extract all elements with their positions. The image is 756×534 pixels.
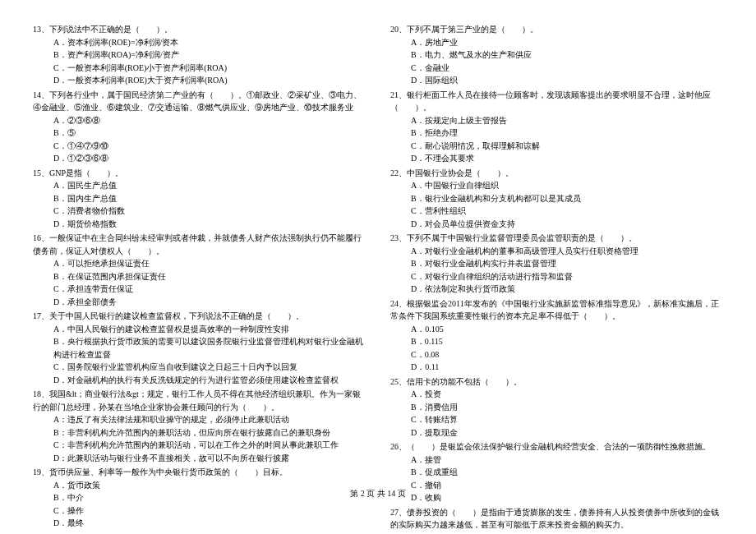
question-14: 14、下列各行业中，属于国民经济第二产业的有（ ）。①邮政业、②采矿业、③电力、… bbox=[33, 89, 366, 165]
q25-opt-c: C．转账结算 bbox=[411, 413, 723, 426]
q18-stem: 18、我国&lt；商业银行法&gt；规定，银行工作人员不得在其他经济组织兼职。作… bbox=[33, 388, 366, 413]
q17-opt-d: D．对金融机构的执行有关反洗钱规定的行为进行监管必须使用建议检查监督权 bbox=[53, 374, 366, 387]
question-26: 26、（ ）是银监会依法保护银行业金融机构经营安全、合法的一项防御性挽救措施。 … bbox=[390, 440, 723, 504]
q17-opt-a: A．中国人民银行的建议检查监督权是提高效率的一种制度性安排 bbox=[53, 323, 366, 336]
question-24: 24、根据银监会2011年发布的《中国银行业实施新监管标准指导意见》，新标准实施… bbox=[390, 297, 723, 374]
q21-opt-c: C．耐心说明情况，取得理解和谅解 bbox=[411, 140, 723, 153]
q19-opt-d: D．最终 bbox=[53, 517, 366, 530]
q25-stem: 25、信用卡的功能不包括（ ）。 bbox=[390, 375, 723, 389]
q18-opt-d: D：此兼职活动与银行业务不直接相关，故可以不向所在银行披露 bbox=[53, 452, 366, 465]
q15-opt-c: C．消费者物价指数 bbox=[53, 205, 366, 218]
q27-stem: 27、债券投资的（ ）是指由于通货膨胀的发生，债券持有人从投资债券中所收到的金钱… bbox=[390, 506, 723, 532]
q15-opt-d: D．期货价格指数 bbox=[53, 218, 366, 231]
q23-opt-a: A．对银行业金融机构的董事和高级管理人员实行任职资格管理 bbox=[411, 245, 723, 258]
q21-stem: 21、银行柜面工作人员在接待一位顾客时，发现该顾客提出的要求明显不合理，这时他应… bbox=[390, 89, 723, 114]
q15-opt-b: B．国内生产总值 bbox=[53, 192, 366, 205]
q23-opt-c: C．对银行业自律组织的活动进行指导和监督 bbox=[411, 270, 723, 283]
q14-stem: 14、下列各行业中，属于国民经济第二产业的有（ ）。①邮政业、②采矿业、③电力、… bbox=[33, 89, 366, 114]
q22-opt-d: D．对会员单位提供资金支持 bbox=[411, 218, 723, 231]
q23-opt-d: D．依法制定和执行货币政策 bbox=[411, 283, 723, 296]
q20-opt-a: A．房地产业 bbox=[411, 36, 723, 49]
question-27: 27、债券投资的（ ）是指由于通货膨胀的发生，债券持有人从投资债券中所收到的金钱… bbox=[390, 506, 723, 532]
question-21: 21、银行柜面工作人员在接待一位顾客时，发现该顾客提出的要求明显不合理，这时他应… bbox=[390, 89, 723, 165]
q26-stem: 26、（ ）是银监会依法保护银行业金融机构经营安全、合法的一项防御性挽救措施。 bbox=[390, 440, 723, 453]
q26-opt-d: D．收购 bbox=[411, 491, 723, 504]
q22-opt-c: C．营利性组织 bbox=[411, 205, 723, 218]
q19-stem: 19、货币供应量、利率等一般作为中央银行货币政策的（ ）目标。 bbox=[33, 466, 366, 479]
question-22: 22、中国银行业协会是（ ）。 A．中国银行业自律组织 B．银行业金融机构和分支… bbox=[390, 167, 723, 231]
q23-stem: 23、下列不属于中国银行业监督管理委员会监管职责的是（ ）。 bbox=[390, 232, 723, 245]
q19-opt-b: B．中介 bbox=[53, 491, 366, 504]
question-23: 23、下列不属于中国银行业监督管理委员会监管职责的是（ ）。 A．对银行业金融机… bbox=[390, 232, 723, 296]
question-17: 17、关于中国人民银行的建议检查监督权，下列说法不正确的是（ ）。 A．中国人民… bbox=[33, 310, 366, 386]
q20-opt-c: C．金融业 bbox=[411, 62, 723, 75]
q13-opt-c: C．一般资本利润率(ROE)小于资产利润率(ROA) bbox=[53, 62, 366, 75]
left-column: 13、下列说法中不正确的是（ ）。 A．资本利润率(ROE)=净利润/资本 B．… bbox=[33, 23, 366, 476]
q16-opt-a: A．可以拒绝承担保证责任 bbox=[53, 257, 366, 270]
q24-opt-d: D．0.11 bbox=[411, 361, 723, 374]
q16-opt-d: D．承担全部债务 bbox=[53, 296, 366, 309]
q18-opt-c: C：非营利机构允许范围内的兼职活动，可以在工作之外的时间从事此兼职工作 bbox=[53, 439, 366, 452]
q25-opt-b: B．消费信用 bbox=[411, 401, 723, 414]
q16-opt-c: C．承担连带责任保证 bbox=[53, 283, 366, 296]
q14-opt-d: D．①②③⑥⑧ bbox=[53, 152, 366, 165]
question-25: 25、信用卡的功能不包括（ ）。 A．投资 B．消费信用 C．转账结算 D．提取… bbox=[390, 375, 723, 440]
q13-opt-a: A．资本利润率(ROE)=净利润/资本 bbox=[53, 36, 366, 49]
q18-opt-b: B：非营利机构允许范围内的兼职活动，但应向所在银行披露自己的兼职身份 bbox=[53, 426, 366, 440]
q22-stem: 22、中国银行业协会是（ ）。 bbox=[390, 167, 723, 180]
q19-opt-c: C．操作 bbox=[53, 504, 366, 518]
q26-opt-b: B．促成重组 bbox=[411, 466, 723, 479]
q25-opt-a: A．投资 bbox=[411, 388, 723, 401]
question-19: 19、货币供应量、利率等一般作为中央银行货币政策的（ ）目标。 A．货币政策 B… bbox=[33, 466, 366, 530]
q17-opt-c: C．国务院银行业监管机构应当自收到建议之日起三十日内予以回复 bbox=[53, 361, 366, 374]
q20-opt-b: B．电力、燃气及水的生产和供应 bbox=[411, 48, 723, 62]
q16-opt-b: B．在保证范围内承担保证责任 bbox=[53, 270, 366, 283]
q24-opt-a: A．0.105 bbox=[411, 323, 723, 336]
q26-opt-a: A．接管 bbox=[411, 453, 723, 467]
q15-opt-a: A．国民生产总值 bbox=[53, 179, 366, 192]
q15-stem: 15、GNP是指（ ）。 bbox=[33, 167, 366, 180]
q24-opt-b: B．0.115 bbox=[411, 335, 723, 348]
q26-opt-c: C．撤销 bbox=[411, 479, 723, 492]
question-15: 15、GNP是指（ ）。 A．国民生产总值 B．国内生产总值 C．消费者物价指数… bbox=[33, 167, 366, 231]
q13-stem: 13、下列说法中不正确的是（ ）。 bbox=[33, 23, 366, 36]
question-13: 13、下列说法中不正确的是（ ）。 A．资本利润率(ROE)=净利润/资本 B．… bbox=[33, 23, 366, 87]
q20-opt-d: D．国际组织 bbox=[411, 74, 723, 87]
q13-opt-d: D．一般资本利润率(ROE)大于资产利润率(ROA) bbox=[53, 74, 366, 87]
q22-opt-b: B．银行业金融机构和分支机构都可以是其成员 bbox=[411, 192, 723, 205]
q17-stem: 17、关于中国人民银行的建议检查监督权，下列说法不正确的是（ ）。 bbox=[33, 310, 366, 323]
right-column: 20、下列不属于第三产业的是（ ）。 A．房地产业 B．电力、燃气及水的生产和供… bbox=[390, 23, 723, 476]
q21-opt-a: A．按规定向上级主管报告 bbox=[411, 114, 723, 127]
q19-opt-a: A．货币政策 bbox=[53, 479, 366, 492]
q17-opt-b: B．央行根据执行货币政策的需要可以建议国务院银行业监督管理机构对银行业金融机构进… bbox=[53, 335, 366, 361]
q14-opt-b: B．⑤ bbox=[53, 127, 366, 140]
question-18: 18、我国&lt；商业银行法&gt；规定，银行工作人员不得在其他经济组织兼职。作… bbox=[33, 388, 366, 464]
question-16: 16、一般保证中在主合同纠纷未经审判或者仲裁，并就债务人财产依法强制执行仍不能履… bbox=[33, 232, 366, 308]
q14-opt-c: C．①④⑦⑨⑩ bbox=[53, 140, 366, 153]
q24-stem: 24、根据银监会2011年发布的《中国银行业实施新监管标准指导意见》，新标准实施… bbox=[390, 297, 723, 323]
q20-stem: 20、下列不属于第三产业的是（ ）。 bbox=[390, 23, 723, 36]
q16-stem: 16、一般保证中在主合同纠纷未经审判或者仲裁，并就债务人财产依法强制执行仍不能履… bbox=[33, 232, 366, 257]
q18-opt-a: A：违反了有关法律法规和职业操守的规定，必须停止此兼职活动 bbox=[53, 413, 366, 426]
q24-opt-c: C．0.08 bbox=[411, 348, 723, 361]
question-20: 20、下列不属于第三产业的是（ ）。 A．房地产业 B．电力、燃气及水的生产和供… bbox=[390, 23, 723, 87]
q25-opt-d: D．提取现金 bbox=[411, 426, 723, 440]
q13-opt-b: B．资产利润率(ROA)=净利润/资产 bbox=[53, 48, 366, 62]
q23-opt-b: B．对银行业金融机构实行并表监督管理 bbox=[411, 257, 723, 270]
q22-opt-a: A．中国银行业自律组织 bbox=[411, 179, 723, 192]
q21-opt-d: D．不理会其要求 bbox=[411, 152, 723, 165]
q14-opt-a: A．②③⑥⑧ bbox=[53, 114, 366, 127]
q21-opt-b: B．拒绝办理 bbox=[411, 127, 723, 140]
